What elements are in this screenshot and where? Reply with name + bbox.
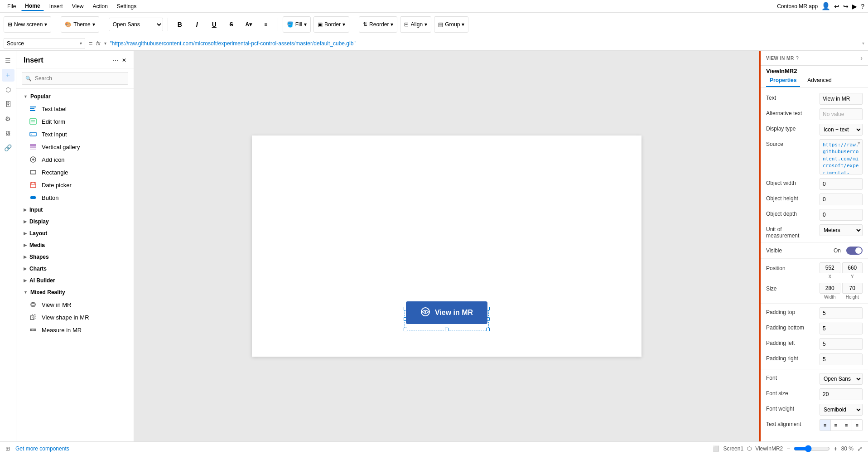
strikethrough-button[interactable]: S [224,17,239,32]
italic-button[interactable]: I [190,17,204,32]
ai-builder-section-header[interactable]: ▶ AI Builder [16,275,134,286]
group-button[interactable]: ▤ Group ▾ [434,16,468,33]
theme-button[interactable]: 🎨 Theme ▾ [61,16,99,33]
font-weight-select[interactable]: Semibold [820,404,863,416]
padding-right-input[interactable] [820,353,863,365]
position-x-input[interactable] [820,262,840,273]
position-y-input[interactable] [842,262,863,273]
equals-sign: = [89,40,92,47]
hamburger-icon[interactable]: ☰ [2,54,14,67]
menu-view[interactable]: View [68,2,87,10]
sidebar-item-text-label[interactable]: Text label [16,102,134,115]
display-section-header[interactable]: ▶ Display [16,216,134,228]
size-width-input[interactable] [820,283,840,294]
text-prop-input[interactable] [820,93,863,105]
mixed-reality-section-header[interactable]: ▼ Mixed Reality [16,286,134,298]
tab-advanced[interactable]: Advanced [804,74,835,87]
font-size-button[interactable]: A▾ [241,17,256,32]
font-select[interactable]: Open Sans [109,18,163,31]
view-shape-in-mr-icon [29,313,37,321]
popular-section-header[interactable]: ▼ Popular [16,91,134,102]
menu-home[interactable]: Home [21,2,43,11]
canvas-view-in-mr-button[interactable]: View in MR [406,301,487,324]
panel-close-icon[interactable]: › [860,54,863,62]
align-left-btn[interactable]: ≡ [820,420,831,431]
add-component-icon[interactable]: + [2,69,14,82]
display-type-select[interactable]: Icon + text [820,124,863,136]
obj-height-input[interactable] [820,194,863,205]
media-section-header[interactable]: ▶ Media [16,239,134,251]
sidebar-item-view-shape-in-mr[interactable]: View shape in MR [16,311,134,324]
padding-bottom-input[interactable] [820,323,863,334]
padding-right-prop-label: Padding right [766,353,816,362]
sidebar-item-date-picker[interactable]: Date picker [16,179,134,191]
shapes-chevron: ▶ [24,255,27,259]
variables-icon[interactable]: ⚙ [2,112,14,125]
canvas-frame[interactable]: View in MR [252,136,641,357]
redo-icon[interactable]: ↪ [843,3,849,10]
user-icon[interactable]: 👤 [821,2,830,10]
underline-button[interactable]: U [207,17,222,32]
sidebar-more-icon[interactable]: ⋯ [113,57,118,63]
fill-button[interactable]: 🪣 Fill ▾ [283,16,311,33]
sidebar-item-measure-in-mr[interactable]: Measure in MR [16,324,134,336]
font-select-prop[interactable]: Open Sans [820,373,863,385]
menu-action[interactable]: Action [89,2,111,10]
font-size-input[interactable] [820,388,863,400]
sidebar-item-rectangle[interactable]: Rectangle [16,166,134,179]
formula-input[interactable] [110,38,858,49]
sidebar-item-add-icon[interactable]: Add icon [16,153,134,166]
data-icon[interactable]: 🗄 [2,98,14,111]
size-height-input[interactable] [842,283,863,294]
source-prop-input[interactable]: https://raw.githubusercontent.com/micros… [820,140,862,174]
obj-height-prop-value [820,194,863,205]
sidebar-item-edit-form[interactable]: Edit form [16,115,134,128]
alt-text-prop-input[interactable] [820,108,863,120]
menu-file[interactable]: File [4,2,19,10]
more-components-link[interactable]: Get more components [15,445,69,452]
padding-left-input[interactable] [820,338,863,350]
zoom-slider[interactable] [794,445,830,452]
padding-top-input[interactable] [820,307,863,319]
align-objects-button[interactable]: ⊟ Align ▾ [400,16,431,33]
sidebar-item-text-input[interactable]: Text input [16,128,134,140]
align-button[interactable]: ≡ [259,17,273,32]
sidebar-close-icon[interactable]: ✕ [122,57,126,63]
zoom-minus-btn[interactable]: − [786,445,790,452]
connectors-icon[interactable]: 🔗 [2,141,14,154]
tab-properties[interactable]: Properties [766,74,800,87]
sidebar-item-button[interactable]: Button [16,191,134,204]
bold-button[interactable]: B [173,17,187,32]
menu-insert[interactable]: Insert [46,2,67,10]
obj-depth-input[interactable] [820,209,863,221]
sidebar-item-view-in-mr[interactable]: View in MR [16,298,134,311]
screen1-tab[interactable]: Screen1 [723,445,743,452]
sidebar-item-vertical-gallery[interactable]: Vertical gallery [16,140,134,153]
zoom-plus-btn[interactable]: + [834,445,837,452]
search-input[interactable] [22,72,128,85]
panel-help-icon[interactable]: ? [796,55,799,61]
media-icon[interactable]: 🖼 [2,127,14,140]
obj-width-input[interactable] [820,178,863,190]
align-justify-btn[interactable]: ≡ [852,420,863,431]
formula-name-box[interactable]: Source ▾ [4,38,85,49]
source-expand-icon[interactable]: ▼ [857,140,861,145]
layers-icon[interactable]: ⬡ [2,83,14,96]
viewinmr2-tab[interactable]: ViewInMR2 [755,445,783,452]
help-icon[interactable]: ? [861,3,864,10]
border-button[interactable]: ▣ Border ▾ [313,16,349,33]
fit-to-screen-icon[interactable]: ⤢ [857,445,863,452]
play-icon[interactable]: ▶ [852,3,857,10]
visible-toggle[interactable] [846,247,863,255]
charts-section-header[interactable]: ▶ Charts [16,263,134,275]
new-screen-button[interactable]: ⊞ New screen ▾ [4,16,51,33]
menu-settings[interactable]: Settings [113,2,140,10]
unit-select[interactable]: Meters [820,224,863,236]
input-section-header[interactable]: ▶ Input [16,204,134,216]
align-center-btn[interactable]: ≡ [831,420,842,431]
undo-icon[interactable]: ↩ [834,3,839,10]
reorder-button[interactable]: ⇅ Reorder ▾ [359,16,397,33]
align-right-btn[interactable]: ≡ [841,420,852,431]
layout-section-header[interactable]: ▶ Layout [16,228,134,239]
shapes-section-header[interactable]: ▶ Shapes [16,251,134,263]
